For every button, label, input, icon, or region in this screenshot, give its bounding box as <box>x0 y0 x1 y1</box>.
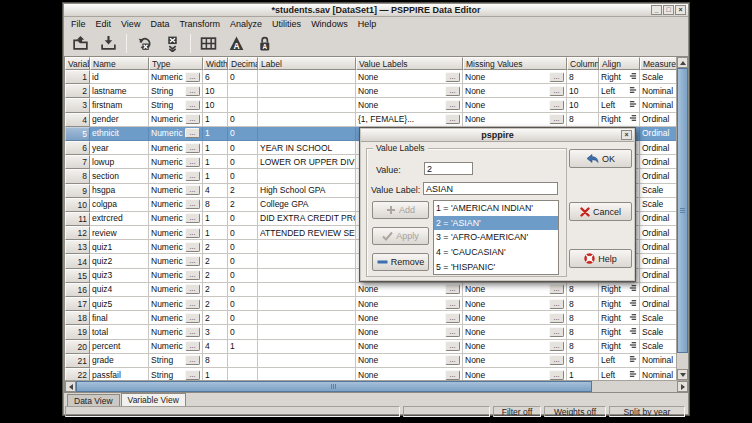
cell-name[interactable]: quiz3 <box>90 269 149 283</box>
cell-label[interactable] <box>258 240 356 254</box>
toolbar-goto-case-button[interactable] <box>131 32 158 55</box>
menu-file[interactable]: File <box>66 18 91 30</box>
cell-measure[interactable]: Ordinal <box>640 283 677 297</box>
cell-name[interactable]: percent <box>90 340 149 354</box>
horizontal-scroll-thumb[interactable] <box>76 381 592 392</box>
scroll-up-button[interactable] <box>677 57 688 68</box>
cell-num[interactable]: 16 <box>65 283 90 297</box>
cell-label[interactable]: ATTENDED REVIEW SES <box>258 226 356 240</box>
cell-width[interactable]: 1 <box>203 127 228 141</box>
cell-num[interactable]: 3 <box>65 98 90 112</box>
cell-value_labels[interactable]: None... <box>356 325 463 339</box>
cell-num[interactable]: 8 <box>65 169 90 183</box>
cell-num[interactable]: 2 <box>65 84 90 98</box>
cell-label[interactable] <box>258 269 356 283</box>
cell-missing[interactable]: None... <box>463 70 567 84</box>
cell-name[interactable]: lastname <box>90 84 149 98</box>
cell-type[interactable]: Numeric... <box>149 127 203 141</box>
more-button[interactable]: ... <box>445 355 460 365</box>
cell-width[interactable]: 2 <box>203 311 228 325</box>
more-button[interactable]: ... <box>445 370 460 380</box>
cell-label[interactable]: High School GPA <box>258 184 356 198</box>
cell-num[interactable]: 10 <box>65 198 90 212</box>
cell-name[interactable]: quiz4 <box>90 283 149 297</box>
cell-align[interactable]: Right <box>599 113 640 127</box>
menu-windows[interactable]: Windows <box>306 18 353 30</box>
value-input[interactable] <box>424 162 473 175</box>
cell-width[interactable]: 2 <box>203 269 228 283</box>
cell-name[interactable]: final <box>90 311 149 325</box>
more-button[interactable]: ... <box>185 341 200 351</box>
column-header-variable[interactable]: Variable <box>65 57 90 70</box>
cell-type[interactable]: Numeric... <box>149 70 203 84</box>
cell-width[interactable]: 4 <box>203 184 228 198</box>
cell-num[interactable]: 9 <box>65 184 90 198</box>
cell-num[interactable]: 19 <box>65 325 90 339</box>
more-button[interactable]: ... <box>185 228 200 238</box>
scroll-right-button[interactable] <box>677 381 688 392</box>
cell-missing[interactable]: None... <box>463 98 567 112</box>
cell-measure[interactable]: Ordinal <box>640 226 677 240</box>
cell-label[interactable] <box>258 340 356 354</box>
cell-type[interactable]: Numeric... <box>149 212 203 226</box>
cell-decimals[interactable]: 0 <box>228 240 258 254</box>
cell-label[interactable]: DID EXTRA CREDIT PRO <box>258 212 356 226</box>
more-button[interactable]: ... <box>445 327 460 337</box>
cell-columns[interactable]: 8 <box>567 340 599 354</box>
cell-width[interactable]: 2 <box>203 283 228 297</box>
cell-width[interactable]: 8 <box>203 354 228 368</box>
cell-width[interactable]: 1 <box>203 141 228 155</box>
cell-measure[interactable]: Nominal <box>640 98 677 112</box>
cell-value_labels[interactable]: None... <box>356 297 463 311</box>
cell-num[interactable]: 20 <box>65 340 90 354</box>
cell-columns[interactable]: 8 <box>567 354 599 368</box>
cell-decimals[interactable]: 0 <box>228 254 258 268</box>
cell-num[interactable]: 17 <box>65 297 90 311</box>
cell-value_labels[interactable]: None... <box>356 311 463 325</box>
cell-num[interactable]: 21 <box>65 354 90 368</box>
help-button[interactable]: Help <box>569 249 632 268</box>
cell-type[interactable]: Numeric... <box>149 325 203 339</box>
more-button[interactable]: ... <box>549 327 564 337</box>
cell-name[interactable]: year <box>90 141 149 155</box>
value-label-item[interactable]: 5 = 'HISPANIC' <box>434 259 558 274</box>
cell-missing[interactable]: None... <box>463 297 567 311</box>
column-header-value-labels[interactable]: Value Labels <box>356 57 463 70</box>
cell-missing[interactable]: None... <box>463 311 567 325</box>
more-button[interactable]: ... <box>185 270 200 280</box>
cell-width[interactable]: 1 <box>203 226 228 240</box>
more-button[interactable]: ... <box>549 100 564 110</box>
more-button[interactable]: ... <box>185 185 200 195</box>
cell-missing[interactable]: None... <box>463 354 567 368</box>
cell-decimals[interactable]: 2 <box>228 184 258 198</box>
cell-align[interactable]: Right <box>599 283 640 297</box>
cell-name[interactable]: section <box>90 169 149 183</box>
more-button[interactable]: ... <box>185 157 200 167</box>
cell-name[interactable]: gender <box>90 113 149 127</box>
column-header-columns[interactable]: Columns <box>567 57 599 70</box>
ok-button[interactable]: OK <box>569 149 632 168</box>
cell-name[interactable]: ethnicit <box>90 127 149 141</box>
cell-decimals[interactable]: 2 <box>228 198 258 212</box>
cell-decimals[interactable]: 0 <box>228 127 258 141</box>
cell-columns[interactable]: 8 <box>567 297 599 311</box>
scroll-left-button[interactable] <box>65 381 76 392</box>
cell-columns[interactable]: 10 <box>567 84 599 98</box>
more-button[interactable]: ... <box>445 284 460 294</box>
cell-label[interactable] <box>258 297 356 311</box>
cell-type[interactable]: Numeric... <box>149 155 203 169</box>
more-button[interactable]: ... <box>185 171 200 181</box>
more-button[interactable]: ... <box>445 114 460 124</box>
cell-measure[interactable]: Ordinal <box>640 297 677 311</box>
scroll-down-button[interactable] <box>677 369 688 380</box>
cell-measure[interactable]: Nominal <box>640 84 677 98</box>
cell-name[interactable]: review <box>90 226 149 240</box>
cell-type[interactable]: Numeric... <box>149 283 203 297</box>
cell-decimals[interactable] <box>228 354 258 368</box>
cell-type[interactable]: String... <box>149 98 203 112</box>
cell-name[interactable]: extrcred <box>90 212 149 226</box>
cell-type[interactable]: Numeric... <box>149 297 203 311</box>
more-button[interactable]: ... <box>185 72 200 82</box>
cell-align[interactable]: Right <box>599 325 640 339</box>
more-button[interactable]: ... <box>185 114 200 124</box>
